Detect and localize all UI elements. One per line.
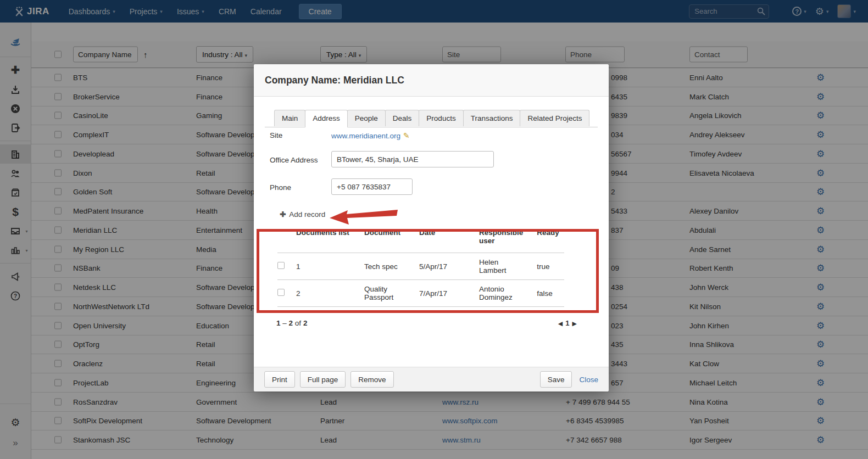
phone-field-label: Phone xyxy=(270,183,291,192)
dialog-footer: Print Full page Remove Save Close xyxy=(254,367,609,391)
add-record-link[interactable]: ✚Add record xyxy=(280,210,325,219)
save-button[interactable]: Save xyxy=(540,371,572,388)
office-address-input[interactable] xyxy=(331,151,494,167)
edit-pencil-icon[interactable]: ✎ xyxy=(403,131,410,140)
phone-input[interactable] xyxy=(331,178,413,195)
next-page-icon[interactable]: ▶ xyxy=(572,320,577,327)
tab-people[interactable]: People xyxy=(347,110,386,126)
current-page[interactable]: 1 xyxy=(565,319,569,327)
dialog-title: Company Name: Meridian LLC xyxy=(265,75,404,86)
annotation-highlight-box xyxy=(257,229,599,313)
prev-page-icon[interactable]: ◀ xyxy=(558,320,563,327)
site-link[interactable]: www.meridianent.org✎ xyxy=(331,131,410,140)
tab-transactions[interactable]: Transactions xyxy=(463,110,521,126)
office-address-field-label: Office Address xyxy=(270,156,318,164)
site-field-label: Site xyxy=(270,131,282,139)
full-page-button[interactable]: Full page xyxy=(300,371,346,388)
annotation-arrow-icon xyxy=(327,206,399,228)
dialog-header: Company Name: Meridian LLC xyxy=(254,64,609,97)
tab-products[interactable]: Products xyxy=(419,110,463,126)
close-link[interactable]: Close xyxy=(579,376,598,384)
plus-icon: ✚ xyxy=(280,210,286,219)
company-dialog: Company Name: Meridian LLC MainAddressPe… xyxy=(254,64,609,391)
tab-main[interactable]: Main xyxy=(274,110,305,126)
documents-pager: ◀1▶ xyxy=(558,319,577,327)
documents-pagination: 1 – 2 of 2 xyxy=(276,319,307,327)
print-button[interactable]: Print xyxy=(264,371,295,388)
dialog-tabs: MainAddressPeopleDealsProductsTransactio… xyxy=(265,110,598,127)
tab-address[interactable]: Address xyxy=(305,110,348,127)
tab-related-projects[interactable]: Related Projects xyxy=(520,110,589,126)
page: JIRA Dashboards▾Projects▾Issues▾CRMCalen… xyxy=(0,0,868,459)
tab-deals[interactable]: Deals xyxy=(385,110,420,126)
remove-button[interactable]: Remove xyxy=(350,371,393,388)
